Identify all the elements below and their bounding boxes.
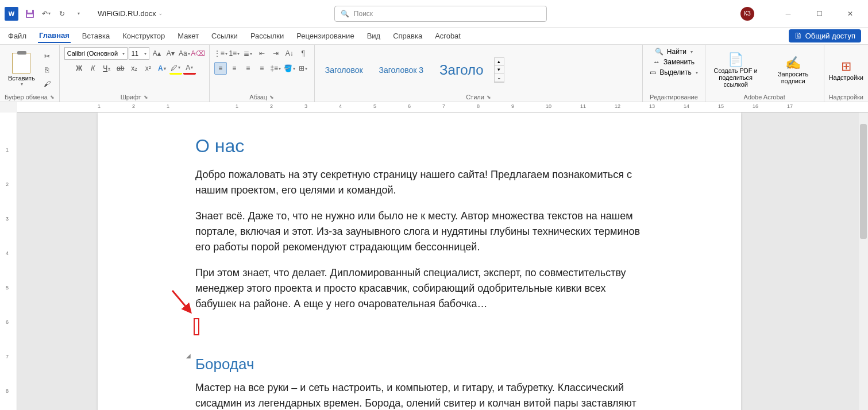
annotation-arrow (172, 291, 195, 315)
heading-about: О нас (195, 136, 643, 157)
find-button[interactable]: 🔍Найти▾ (653, 47, 695, 56)
borders-button[interactable]: ⊞▾ (297, 62, 310, 75)
group-font: Calibri (Основной▾ 11▾ A▴ A▾ Aa▾ A⌫ Ж К … (60, 45, 210, 102)
tab-design[interactable]: Конструктор (121, 29, 166, 42)
justify-button[interactable]: ≡ (256, 62, 268, 75)
style-title[interactable]: Заголо (434, 60, 489, 80)
tab-mailings[interactable]: Рассылки (249, 29, 285, 42)
minimize-button[interactable]: ─ (775, 5, 801, 23)
font-size-combo[interactable]: 11▾ (129, 47, 149, 60)
maximize-button[interactable]: ☐ (806, 5, 832, 23)
paste-button[interactable]: Вставить ▾ (5, 52, 38, 88)
replace-button[interactable]: ↔Заменить (651, 57, 697, 67)
document-area[interactable]: О нас Добро пожаловать на эту секретную … (17, 113, 868, 410)
styles-gallery-scroll[interactable]: ▴▾⌄ (494, 57, 504, 83)
increase-indent-button[interactable]: ⇥ (269, 47, 282, 60)
tab-insert[interactable]: Вставка (81, 29, 111, 42)
collapse-marker-icon[interactable]: ◢ (186, 353, 191, 359)
format-painter-button[interactable]: 🖌 (41, 78, 53, 90)
strikethrough-button[interactable]: ab (114, 62, 127, 75)
ribbon: Вставить ▾ ✂ ⎘ 🖌 Буфер обмена ⬊ Calibri … (0, 45, 868, 102)
show-marks-button[interactable]: ¶ (297, 47, 310, 60)
tab-file[interactable]: Файл (7, 29, 28, 42)
cut-button[interactable]: ✂ (41, 50, 53, 63)
shrink-font-button[interactable]: A▾ (164, 47, 177, 60)
create-pdf-button[interactable]: 📄 Создать PDF и поделиться ссылкой (710, 52, 762, 88)
numbering-button[interactable]: 1≡▾ (228, 47, 241, 60)
redo-button[interactable]: ↻ (56, 8, 68, 20)
change-case-button[interactable]: Aa▾ (178, 47, 191, 60)
shading-button[interactable]: 🪣▾ (283, 62, 296, 75)
bold-button[interactable]: Ж (73, 62, 86, 75)
tab-help[interactable]: Справка (392, 29, 423, 42)
group-paragraph: ⋮≡▾ 1≡▾ ≣▾ ⇤ ⇥ A↓ ¶ ≡ ≡ ≡ ≡ ‡≡▾ 🪣▾ ⊞▾ Аб… (210, 45, 315, 102)
document-name[interactable]: WiFiGiD.RU.docx⌵ (98, 9, 162, 18)
search-input[interactable]: 🔍 Поиск (334, 6, 547, 22)
superscript-button[interactable]: x² (142, 62, 155, 75)
paragraph: Добро пожаловать на эту секретную страни… (195, 167, 643, 198)
decrease-indent-button[interactable]: ⇤ (256, 47, 268, 60)
highlight-button[interactable]: 🖊▾ (169, 62, 182, 75)
tab-view[interactable]: Вид (366, 29, 382, 42)
paste-icon (12, 53, 30, 74)
close-button[interactable]: ✕ (837, 5, 863, 23)
paragraph: При этом знает, что делает. Дипломирован… (195, 265, 643, 312)
user-avatar[interactable]: КЗ (740, 7, 754, 21)
align-left-button[interactable]: ≡ (214, 62, 227, 75)
vertical-scrollbar[interactable] (859, 113, 868, 410)
subscript-button[interactable]: x₂ (128, 62, 141, 75)
bullets-button[interactable]: ⋮≡▾ (214, 47, 227, 60)
clipboard-launcher[interactable]: ⬊ (50, 94, 55, 100)
page[interactable]: О нас Добро пожаловать на эту секретную … (98, 113, 741, 410)
style-heading1[interactable]: Заголовок (319, 63, 369, 77)
save-button[interactable] (24, 8, 36, 20)
title-bar: W ↶▾ ↻ ▾ WiFiGiD.RU.docx⌵ 🔍 Поиск КЗ ─ ☐… (0, 0, 868, 28)
copy-button[interactable]: ⎘ (41, 64, 53, 76)
svg-rect-2 (27, 14, 33, 17)
clear-formatting-button[interactable]: A⌫ (192, 47, 205, 60)
paragraph: Мастер на все руки – и сеть настроить, и… (195, 380, 643, 410)
group-clipboard: Вставить ▾ ✂ ⎘ 🖌 Буфер обмена ⬊ (0, 45, 60, 102)
tab-acrobat[interactable]: Acrobat (434, 29, 462, 42)
tab-layout[interactable]: Макет (176, 29, 200, 42)
undo-button[interactable]: ↶▾ (40, 8, 52, 20)
style-heading3[interactable]: Заголовок 3 (373, 63, 430, 77)
select-button[interactable]: ▭Выделить▾ (647, 68, 700, 77)
heading-borodach: Бородач (195, 355, 643, 373)
signature-icon: ✍ (785, 56, 801, 71)
align-center-button[interactable]: ≡ (228, 62, 241, 75)
group-editing: 🔍Найти▾ ↔Заменить ▭Выделить▾ Редактирова… (643, 45, 705, 102)
font-name-combo[interactable]: Calibri (Основной▾ (64, 47, 128, 60)
vertical-ruler[interactable]: 12345678 (0, 113, 17, 410)
font-launcher[interactable]: ⬊ (144, 94, 148, 100)
align-right-button[interactable]: ≡ (242, 62, 254, 75)
text-effects-button[interactable]: A▾ (156, 62, 168, 75)
paragraph: Знает всё. Даже то, что не нужно или был… (195, 208, 643, 255)
tab-home[interactable]: Главная (38, 29, 71, 43)
scrollbar-thumb[interactable] (860, 124, 867, 239)
grow-font-button[interactable]: A▴ (151, 47, 163, 60)
select-icon: ▭ (650, 68, 656, 76)
request-signatures-button[interactable]: ✍ Запросить подписи (767, 56, 819, 84)
addins-icon: ⊞ (841, 59, 851, 74)
underline-button[interactable]: Ч▾ (101, 62, 113, 75)
font-color-button[interactable]: A▾ (183, 62, 196, 75)
italic-button[interactable]: К (87, 62, 99, 75)
line-spacing-button[interactable]: ‡≡▾ (269, 62, 282, 75)
sort-button[interactable]: A↓ (283, 47, 296, 60)
tab-review[interactable]: Рецензирование (295, 29, 355, 42)
addins-button[interactable]: ⊞ Надстройки (829, 59, 863, 81)
annotation-cursor-highlight (194, 318, 199, 335)
group-acrobat: 📄 Создать PDF и поделиться ссылкой ✍ Зап… (705, 45, 824, 102)
search-icon: 🔍 (341, 10, 349, 18)
paragraph-launcher[interactable]: ⬊ (269, 94, 274, 100)
qat-customize[interactable]: ▾ (72, 8, 84, 20)
multilevel-list-button[interactable]: ≣▾ (242, 47, 254, 60)
styles-launcher[interactable]: ⬊ (487, 94, 491, 100)
pdf-icon: 📄 (728, 52, 743, 67)
horizontal-ruler[interactable]: 1211234567891011121314151617 (17, 102, 868, 113)
quick-access-toolbar: ↶▾ ↻ ▾ (24, 8, 84, 20)
word-app-icon: W (5, 7, 18, 21)
share-button[interactable]: 🖻Общий доступ (789, 29, 861, 42)
tab-references[interactable]: Ссылки (210, 29, 239, 42)
